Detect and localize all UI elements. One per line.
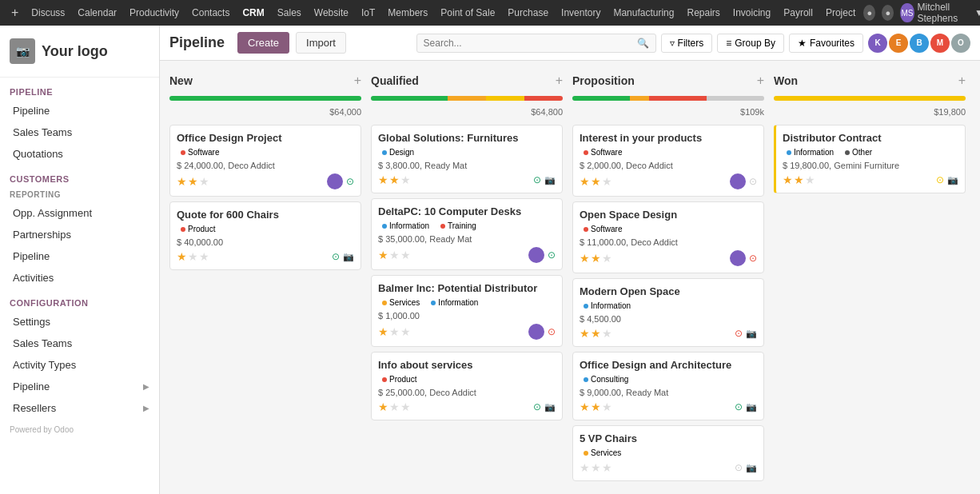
card-camera-icon[interactable]: 📷: [544, 402, 556, 412]
star-filled[interactable]: ★: [188, 175, 198, 188]
sidebar-item-activities[interactable]: Activities: [0, 267, 159, 289]
sidebar-item-pipeline-report[interactable]: Pipeline: [0, 245, 159, 267]
star-empty[interactable]: ★: [400, 400, 411, 413]
star-empty[interactable]: ★: [400, 325, 411, 338]
kanban-card[interactable]: Distributor ContractInformationOther$ 19…: [774, 125, 966, 193]
nav-item-crm[interactable]: CRM: [236, 0, 270, 26]
card-camera-icon[interactable]: 📷: [746, 329, 757, 339]
nav-item-point-of-sale[interactable]: Point of Sale: [434, 0, 501, 26]
card-status-icon[interactable]: ⊙: [346, 176, 354, 187]
star-filled[interactable]: ★: [378, 173, 388, 186]
sidebar-item-sales-teams-config[interactable]: Sales Teams: [0, 333, 159, 354]
nav-item-productivity[interactable]: Productivity: [123, 0, 185, 26]
sidebar-item-activity-types[interactable]: Activity Types: [0, 354, 159, 376]
star-empty[interactable]: ★: [602, 327, 612, 340]
sidebar-item-partnerships[interactable]: Partnerships: [0, 224, 159, 245]
star-filled[interactable]: ★: [794, 173, 804, 186]
star-filled[interactable]: ★: [177, 250, 187, 263]
star-empty[interactable]: ★: [188, 250, 198, 263]
sidebar-item-pipeline[interactable]: Pipeline: [0, 100, 159, 122]
kanban-card[interactable]: 5 VP ChairsServices★★★⊙📷: [572, 425, 764, 481]
kanban-card[interactable]: Interest in your productsSoftware$ 2,000…: [572, 125, 764, 197]
nav-item-iot[interactable]: IoT: [355, 0, 381, 26]
card-camera-icon[interactable]: 📷: [343, 252, 354, 262]
card-stars[interactable]: ★★★: [378, 249, 411, 261]
star-empty[interactable]: ★: [400, 173, 411, 186]
nav-plus-icon[interactable]: +: [6, 6, 23, 20]
card-camera-icon[interactable]: 📷: [746, 463, 757, 473]
star-empty[interactable]: ★: [389, 249, 400, 261]
kanban-card[interactable]: Global Solutions: FurnituresDesign$ 3,80…: [371, 125, 563, 193]
card-status-icon[interactable]: ⊙: [332, 251, 340, 262]
card-stars[interactable]: ★★★: [580, 327, 612, 340]
messages-icon[interactable]: ●: [882, 5, 894, 21]
card-status-icon[interactable]: ⊙: [548, 249, 556, 261]
card-stars[interactable]: ★★★: [177, 250, 209, 263]
col-add-icon[interactable]: +: [757, 74, 764, 88]
card-status-icon[interactable]: ⊙: [749, 176, 757, 187]
search-input[interactable]: [424, 38, 637, 49]
star-filled[interactable]: ★: [389, 173, 400, 186]
card-status-icon[interactable]: ⊙: [735, 462, 743, 473]
star-empty[interactable]: ★: [602, 400, 612, 413]
star-filled[interactable]: ★: [580, 327, 590, 340]
nav-item-members[interactable]: Members: [381, 0, 434, 26]
star-empty[interactable]: ★: [199, 175, 209, 188]
card-stars[interactable]: ★★★: [177, 175, 209, 188]
star-filled[interactable]: ★: [591, 400, 601, 413]
star-empty[interactable]: ★: [400, 249, 411, 261]
card-camera-icon[interactable]: 📷: [544, 175, 556, 185]
star-empty[interactable]: ★: [199, 250, 209, 263]
nav-item-purchase[interactable]: Purchase: [501, 0, 555, 26]
star-empty[interactable]: ★: [602, 461, 612, 474]
sidebar-item-resellers[interactable]: Resellers ▶: [0, 397, 159, 419]
avatar-o[interactable]: O: [951, 34, 970, 53]
kanban-card[interactable]: DeltaPC: 10 Computer DesksInformationTra…: [371, 198, 563, 270]
kanban-card[interactable]: Modern Open SpaceInformation$ 4,500.00★★…: [572, 278, 764, 347]
favourites-button[interactable]: ★ Favourites: [789, 34, 863, 53]
star-empty[interactable]: ★: [389, 325, 400, 338]
nav-item-manufacturing[interactable]: Manufacturing: [607, 0, 680, 26]
create-button[interactable]: Create: [237, 32, 289, 54]
star-empty[interactable]: ★: [580, 461, 590, 474]
kanban-card[interactable]: Quote for 600 ChairsProduct$ 40,000.00★★…: [169, 201, 361, 270]
card-status-icon[interactable]: ⊙: [936, 174, 944, 185]
card-stars[interactable]: ★★★: [580, 175, 612, 188]
card-status-icon[interactable]: ⊙: [735, 401, 743, 412]
star-filled[interactable]: ★: [177, 175, 187, 188]
card-stars[interactable]: ★★★: [580, 400, 612, 413]
avatar-m[interactable]: M: [930, 34, 950, 53]
col-add-icon[interactable]: +: [556, 74, 563, 88]
user-menu[interactable]: MS Mitchell Stephens ▼: [900, 2, 980, 24]
col-add-icon[interactable]: +: [354, 74, 361, 88]
kanban-card[interactable]: Info about servicesProduct$ 25,000.00, D…: [371, 352, 563, 420]
card-camera-icon[interactable]: 📷: [746, 402, 757, 412]
sidebar-item-quotations[interactable]: Quotations: [0, 143, 159, 165]
card-stars[interactable]: ★★★: [378, 400, 411, 413]
star-filled[interactable]: ★: [378, 325, 388, 338]
star-filled[interactable]: ★: [591, 175, 601, 188]
card-status-icon[interactable]: ⊙: [548, 326, 556, 337]
col-add-icon[interactable]: +: [958, 74, 966, 88]
star-filled[interactable]: ★: [591, 327, 601, 340]
search-box[interactable]: 🔍: [416, 34, 656, 53]
star-filled[interactable]: ★: [783, 173, 793, 186]
star-filled[interactable]: ★: [591, 252, 601, 265]
avatar-k[interactable]: K: [868, 34, 887, 53]
filters-button[interactable]: ▿ Filters: [661, 34, 713, 53]
star-filled[interactable]: ★: [378, 400, 388, 413]
nav-item-invoicing[interactable]: Invoicing: [727, 0, 777, 26]
import-button[interactable]: Import: [296, 32, 346, 54]
star-empty[interactable]: ★: [389, 400, 400, 413]
avatar-b[interactable]: B: [910, 34, 929, 53]
star-empty[interactable]: ★: [591, 461, 601, 474]
sidebar-item-opp-assignment[interactable]: Opp. Assignment: [0, 202, 159, 224]
star-empty[interactable]: ★: [805, 173, 815, 186]
star-empty[interactable]: ★: [602, 252, 612, 265]
card-stars[interactable]: ★★★: [580, 252, 612, 265]
nav-item-inventory[interactable]: Inventory: [555, 0, 607, 26]
star-filled[interactable]: ★: [580, 252, 590, 265]
nav-item-sales[interactable]: Sales: [271, 0, 308, 26]
star-empty[interactable]: ★: [602, 175, 612, 188]
sidebar-item-pipeline-config[interactable]: Pipeline ▶: [0, 376, 159, 397]
